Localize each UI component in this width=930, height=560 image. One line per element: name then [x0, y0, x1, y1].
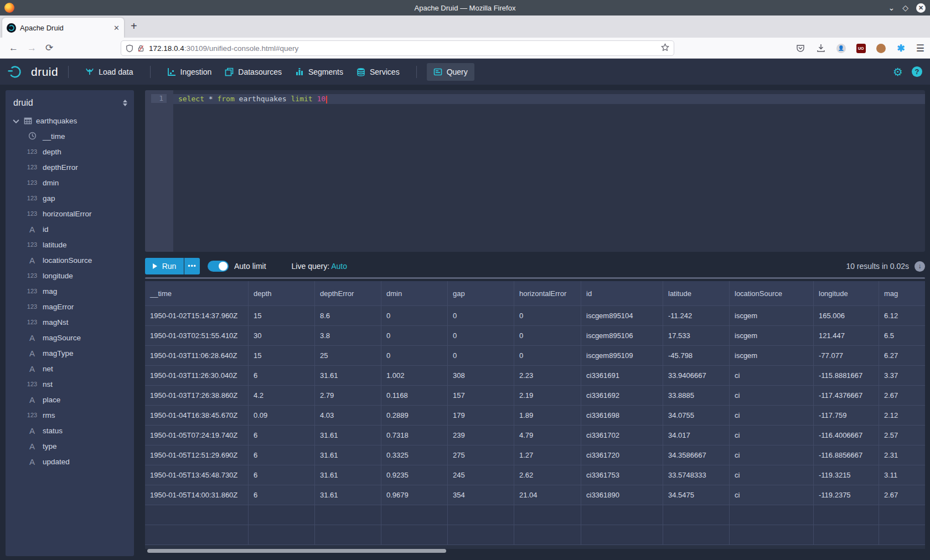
- table-cell[interactable]: 0.3325: [381, 445, 448, 465]
- sidebar-item-latitude[interactable]: 123latitude: [6, 237, 134, 252]
- scrollbar-thumb[interactable]: [147, 549, 446, 553]
- table-cell[interactable]: 6: [249, 465, 315, 485]
- table-cell[interactable]: 8.6: [315, 306, 381, 326]
- table-cell[interactable]: 6.12: [879, 306, 925, 326]
- sidebar-item-magType[interactable]: AmagType: [6, 345, 134, 361]
- sidebar-item-magSource[interactable]: AmagSource: [6, 330, 134, 345]
- table-cell[interactable]: 275: [448, 445, 514, 465]
- new-tab-button[interactable]: +: [131, 20, 137, 33]
- table-cell[interactable]: ci3361698: [581, 406, 663, 426]
- table-cell[interactable]: 6: [249, 485, 315, 505]
- table-cell[interactable]: 4.79: [514, 426, 581, 445]
- table-cell[interactable]: 34.017: [663, 426, 730, 445]
- table-cell[interactable]: 1950-01-05T14:00:31.860Z: [145, 485, 249, 505]
- run-more-button[interactable]: •••: [184, 258, 200, 274]
- sidebar-item-type[interactable]: Atype: [6, 438, 134, 454]
- header-gap[interactable]: gap: [448, 281, 514, 306]
- lock-insecure-icon[interactable]: [137, 44, 144, 53]
- table-cell[interactable]: 157: [448, 386, 514, 406]
- table-cell[interactable]: 33.5748333: [663, 465, 730, 485]
- table-cell[interactable]: -11.242: [663, 306, 730, 326]
- header-id[interactable]: id: [581, 281, 663, 306]
- sidebar-item-depth[interactable]: 123depth: [6, 144, 134, 159]
- table-cell[interactable]: 1950-01-03T02:51:55.410Z: [145, 326, 249, 346]
- table-cell[interactable]: 1.002: [381, 366, 448, 386]
- table-cell[interactable]: iscgem895106: [581, 326, 663, 346]
- ublock-extension-icon[interactable]: UO: [856, 44, 866, 53]
- nav-item-datasources[interactable]: Datasources: [218, 63, 288, 81]
- nav-item-load-data[interactable]: Load data: [79, 63, 140, 81]
- table-cell[interactable]: 2.23: [514, 366, 581, 386]
- table-cell[interactable]: 0.9679: [381, 485, 448, 505]
- live-query-value[interactable]: Auto: [331, 262, 347, 271]
- sort-double-caret-icon[interactable]: [123, 100, 127, 106]
- account-extension-icon[interactable]: 👤: [836, 44, 846, 53]
- sidebar-item-net[interactable]: Anet: [6, 361, 134, 376]
- table-cell[interactable]: 1950-01-02T15:14:37.960Z: [145, 306, 249, 326]
- sidebar-item-rms[interactable]: 123rms: [6, 407, 134, 423]
- settings-gear-icon[interactable]: ⚙: [893, 65, 903, 79]
- table-cell[interactable]: ci: [730, 426, 814, 445]
- table-cell[interactable]: 6: [249, 426, 315, 445]
- table-cell[interactable]: ci3361890: [581, 485, 663, 505]
- sidebar-item-magError[interactable]: 123magError: [6, 299, 134, 314]
- table-cell[interactable]: 0.7318: [381, 426, 448, 445]
- table-cell[interactable]: 354: [448, 485, 514, 505]
- table-cell[interactable]: 1.89: [514, 406, 581, 426]
- table-cell[interactable]: 31.61: [315, 465, 381, 485]
- table-cell[interactable]: ci3361720: [581, 445, 663, 465]
- table-cell[interactable]: 1950-01-03T11:06:28.640Z: [145, 346, 249, 366]
- table-cell[interactable]: 6.5: [879, 326, 925, 346]
- table-cell[interactable]: 179: [448, 406, 514, 426]
- table-cell[interactable]: 34.5475: [663, 485, 730, 505]
- reload-button[interactable]: ⟳: [45, 42, 53, 54]
- table-cell[interactable]: -119.2375: [814, 485, 879, 505]
- table-cell[interactable]: 31.61: [315, 445, 381, 465]
- header-__time[interactable]: __time: [145, 281, 249, 306]
- table-cell[interactable]: iscgem895104: [581, 306, 663, 326]
- table-cell[interactable]: 1950-01-05T07:24:19.740Z: [145, 426, 249, 445]
- table-cell[interactable]: -116.4006667: [814, 426, 879, 445]
- table-cell[interactable]: 2.67: [879, 485, 925, 505]
- sidebar-item-earthquakes[interactable]: earthquakes: [6, 113, 134, 128]
- table-cell[interactable]: 0: [514, 346, 581, 366]
- sidebar-item-magNst[interactable]: 123magNst: [6, 314, 134, 330]
- sidebar-item-horizontalError[interactable]: 123horizontalError: [6, 206, 134, 221]
- query-text[interactable]: select * from earthquakes limit 10: [178, 95, 327, 103]
- splitter-handle[interactable]: [145, 277, 925, 279]
- query-editor[interactable]: 1 select * from earthquakes limit 10: [145, 90, 925, 252]
- sidebar-item-__time[interactable]: __time: [6, 128, 134, 144]
- table-cell[interactable]: -116.8856667: [814, 445, 879, 465]
- table-cell[interactable]: ci3361753: [581, 465, 663, 485]
- table-cell[interactable]: 0: [514, 306, 581, 326]
- table-cell[interactable]: ci: [730, 465, 814, 485]
- window-close-button[interactable]: ✕: [916, 3, 926, 13]
- downloads-icon[interactable]: [816, 43, 826, 53]
- table-cell[interactable]: 31.61: [315, 485, 381, 505]
- table-cell[interactable]: -77.077: [814, 346, 879, 366]
- table-cell[interactable]: 0: [381, 346, 448, 366]
- sidebar-item-place[interactable]: Aplace: [6, 392, 134, 407]
- header-depth[interactable]: depth: [249, 281, 315, 306]
- nav-item-services[interactable]: Services: [350, 63, 406, 81]
- download-results-icon[interactable]: ↓: [914, 261, 925, 272]
- table-cell[interactable]: 15: [249, 346, 315, 366]
- table-cell[interactable]: 30: [249, 326, 315, 346]
- auto-limit-label[interactable]: Auto limit: [234, 262, 266, 271]
- cookie-extension-icon[interactable]: [876, 44, 886, 53]
- table-cell[interactable]: 0.1168: [381, 386, 448, 406]
- header-longitude[interactable]: longitude: [814, 281, 879, 306]
- sidebar-item-longitude[interactable]: 123longitude: [6, 268, 134, 283]
- table-cell[interactable]: 2.67: [879, 386, 925, 406]
- table-cell[interactable]: 1950-01-03T17:26:38.860Z: [145, 386, 249, 406]
- chevron-down-icon[interactable]: [12, 117, 20, 125]
- table-cell[interactable]: ci: [730, 445, 814, 465]
- table-cell[interactable]: 0: [381, 306, 448, 326]
- table-cell[interactable]: 17.533: [663, 326, 730, 346]
- table-cell[interactable]: ci: [730, 485, 814, 505]
- table-cell[interactable]: ci: [730, 406, 814, 426]
- table-cell[interactable]: 2.31: [879, 445, 925, 465]
- table-cell[interactable]: 165.006: [814, 306, 879, 326]
- tab-close-icon[interactable]: ✕: [113, 24, 120, 32]
- back-button[interactable]: ←: [9, 43, 18, 54]
